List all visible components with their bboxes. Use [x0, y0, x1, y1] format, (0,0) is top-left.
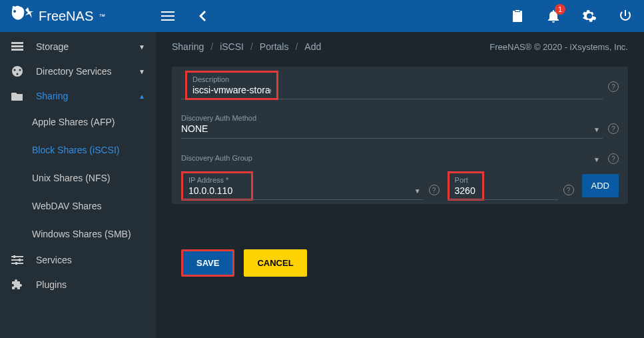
menu-toggle-icon[interactable] [160, 8, 176, 24]
description-label: Description [192, 75, 271, 83]
sidebar-item-plugins[interactable]: Plugins [0, 272, 156, 297]
form-panel: Description ? Discovery Auth Method ▼ ? [172, 67, 628, 204]
svg-point-6 [12, 66, 23, 77]
freenas-logo-icon [11, 5, 33, 27]
cancel-button[interactable]: CANCEL [244, 249, 306, 277]
svg-rect-2 [515, 10, 519, 11]
chevron-down-icon: ▼ [414, 187, 421, 195]
sidebar-sub-webdav-shares[interactable]: WebDAV Shares [0, 192, 156, 220]
sidebar-sub-block-shares[interactable]: Block Shares (iSCSI) [0, 136, 156, 164]
top-nav-controls [160, 8, 210, 24]
breadcrumb-portals[interactable]: Portals [260, 41, 289, 52]
brand-name: FreeNAS [39, 9, 93, 24]
power-icon[interactable] [617, 8, 633, 24]
sidebar-sub-unix-shares[interactable]: Unix Shares (NFS) [0, 164, 156, 192]
folder-icon [11, 91, 24, 101]
chevron-down-icon: ▼ [139, 68, 145, 75]
services-icon [11, 65, 24, 77]
gear-icon[interactable] [581, 8, 597, 24]
save-button[interactable]: SAVE [181, 249, 234, 277]
breadcrumb-sharing[interactable]: Sharing [172, 41, 204, 52]
chevron-down-icon: ▼ [593, 156, 600, 163]
tune-icon [11, 255, 24, 265]
chevron-up-icon: ▲ [139, 93, 145, 100]
help-icon[interactable]: ? [608, 81, 619, 92]
main-content: Sharing / iSCSI / Portals / Add FreeNAS®… [156, 32, 644, 338]
auth-method-label: Discovery Auth Method [181, 114, 603, 122]
sidebar-item-label: Services [36, 255, 145, 265]
notifications-icon[interactable]: 1 [545, 8, 561, 24]
sidebar-sub-windows-shares[interactable]: Windows Shares (SMB) [0, 220, 156, 248]
svg-point-8 [19, 69, 21, 71]
sidebar-item-label: Storage [36, 41, 127, 52]
breadcrumb: Sharing / iSCSI / Portals / Add [172, 41, 321, 52]
auth-group-label: Discovery Auth Group [181, 154, 603, 162]
notification-badge: 1 [555, 4, 565, 15]
help-icon[interactable]: ? [563, 185, 574, 195]
sidebar-item-label: Plugins [36, 279, 145, 290]
svg-rect-11 [19, 259, 21, 261]
back-icon[interactable] [194, 8, 210, 24]
port-input[interactable] [455, 184, 477, 197]
sidebar-item-services[interactable]: Services [0, 248, 156, 272]
breadcrumb-iscsi[interactable]: iSCSI [220, 41, 244, 52]
svg-rect-0 [513, 11, 522, 22]
sidebar-item-label: Sharing [36, 91, 127, 101]
ip-address-input[interactable] [188, 184, 246, 197]
sidebar-item-label: Directory Services [36, 66, 127, 77]
auth-method-select[interactable] [181, 122, 603, 139]
help-icon[interactable]: ? [429, 185, 440, 195]
breadcrumb-add[interactable]: Add [304, 41, 321, 52]
sidebar-item-sharing[interactable]: Sharing ▲ [0, 84, 156, 108]
topbar: FreeNAS ™ 1 [0, 0, 644, 32]
chevron-down-icon: ▼ [139, 43, 145, 51]
help-icon[interactable]: ? [608, 123, 619, 134]
help-icon[interactable]: ? [608, 153, 619, 164]
logo-area: FreeNAS ™ [11, 5, 156, 27]
topbar-right: 1 [509, 8, 633, 24]
add-button[interactable]: ADD [582, 174, 619, 197]
form-actions: SAVE CANCEL [172, 236, 628, 290]
sidebar-item-storage[interactable]: Storage ▼ [0, 35, 156, 59]
ip-address-label: IP Address * [188, 176, 246, 184]
port-label: Port [455, 176, 477, 184]
sidebar-item-directory-services[interactable]: Directory Services ▼ [0, 59, 156, 84]
svg-rect-12 [15, 262, 17, 265]
svg-point-9 [17, 73, 19, 75]
storage-icon [11, 42, 24, 51]
copyright-text: FreeNAS® © 2020 - iXsystems, Inc. [489, 42, 628, 52]
chevron-down-icon: ▼ [593, 126, 600, 133]
description-input[interactable] [192, 83, 271, 97]
svg-point-7 [14, 69, 16, 71]
svg-rect-4 [11, 45, 23, 47]
plugin-icon [11, 279, 24, 291]
svg-rect-3 [11, 42, 23, 44]
sidebar: Storage ▼ Directory Services ▼ Sharing ▲… [0, 32, 156, 338]
sidebar-sub-apple-shares[interactable]: Apple Shares (AFP) [0, 108, 156, 136]
clipboard-icon[interactable] [509, 8, 525, 24]
svg-rect-5 [11, 49, 23, 51]
svg-rect-10 [13, 255, 15, 258]
